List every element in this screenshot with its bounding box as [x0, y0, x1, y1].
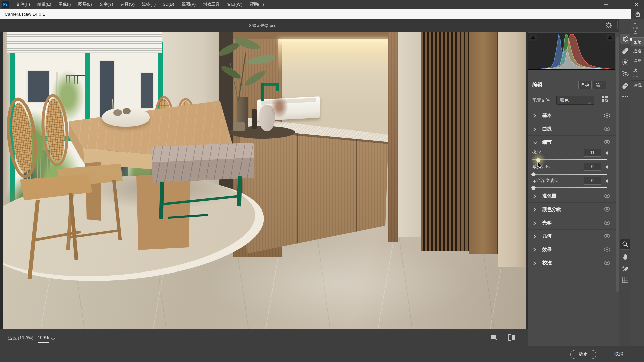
tab-library[interactable]: 库 [631, 28, 644, 37]
slider-handle[interactable] [531, 172, 536, 176]
eye-icon[interactable] [604, 261, 610, 266]
ok-button[interactable]: 确定 [570, 350, 596, 359]
svg [622, 241, 628, 247]
section-geometry[interactable]: 几何 [528, 229, 616, 243]
more-options-icon[interactable] [620, 91, 630, 101]
chevron-right-icon [533, 127, 536, 132]
chevron-right-icon [533, 207, 536, 213]
bw-button[interactable]: 黑白 [593, 81, 606, 89]
before-after-view-icon[interactable] [508, 334, 516, 342]
sharpening-value[interactable]: 11 [584, 149, 601, 157]
circle [623, 242, 626, 245]
panel-scrollbar[interactable] [616, 37, 619, 292]
zoom-tool-icon[interactable] [620, 239, 630, 249]
noise-reduction-slider[interactable] [532, 174, 607, 175]
eye-icon[interactable] [604, 140, 610, 145]
settings-gear-icon[interactable] [605, 22, 612, 30]
eye-icon[interactable] [604, 113, 610, 119]
menu-view[interactable]: 视图(V) [178, 0, 199, 9]
eye-icon[interactable] [604, 221, 610, 226]
led-strip [280, 40, 388, 41]
tab-adjustments[interactable]: 调整 [631, 56, 644, 65]
menu-3d[interactable]: 3D(D) [159, 0, 178, 9]
sharpening-label: 锐化 [532, 149, 541, 156]
circle [606, 235, 608, 237]
menu-window[interactable]: 窗口(W) [223, 0, 246, 9]
noise-reduction-value[interactable]: 0 [584, 163, 601, 171]
edit-sliders-icon[interactable] [620, 34, 630, 44]
circle [625, 50, 625, 51]
maximize-icon[interactable] [614, 0, 629, 9]
healing-brush-icon[interactable] [620, 46, 630, 56]
auto-button[interactable]: 自动 [578, 81, 592, 89]
eye-icon[interactable] [604, 247, 610, 253]
menu-image[interactable]: 图像(I) [55, 0, 75, 9]
section-curves[interactable]: 曲线 [528, 122, 616, 135]
share-icon[interactable] [631, 9, 644, 19]
slider-arrow-icon[interactable] [605, 179, 608, 183]
menu-filter[interactable]: 滤镜(T) [138, 0, 159, 9]
detail-controls: 锐化 11 减少杂色 0 杂色深度减低 0 [528, 149, 616, 189]
eye-icon[interactable] [604, 234, 610, 239]
grid-overlay-icon[interactable] [620, 275, 630, 285]
menu-plugins[interactable]: 增效工具 [199, 0, 223, 9]
profile-browser-icon[interactable] [602, 96, 608, 103]
fit-zoom-label[interactable]: 适应 (19.3%) [8, 335, 33, 341]
section-detail[interactable]: 细节 [528, 135, 616, 149]
tab-history[interactable]: 历... [631, 66, 644, 74]
menu-help[interactable]: 帮助(H) [246, 0, 267, 9]
menu-select[interactable]: 选择(S) [117, 0, 138, 9]
circle [626, 51, 626, 52]
tab-layers[interactable]: 图层 [631, 37, 644, 46]
eye-icon[interactable] [604, 207, 610, 213]
profile-select[interactable]: 颜色 [556, 96, 594, 105]
color-noise-slider[interactable] [532, 187, 607, 188]
dried-sprig [270, 95, 288, 119]
section-optics[interactable]: 光学 [528, 216, 616, 229]
eye-icon[interactable] [604, 127, 610, 132]
section-calibration[interactable]: 校准 [528, 256, 616, 269]
section-effects[interactable]: 效果 [528, 243, 616, 256]
dialog-footer: 确定 取消 [0, 346, 644, 362]
presets-icon[interactable] [620, 81, 630, 91]
circle [606, 115, 608, 116]
section-basic[interactable]: 基本 [528, 109, 616, 122]
histogram[interactable] [528, 33, 615, 70]
sections-list: 基本 曲线 细节 锐化 11 [528, 109, 616, 269]
tab-properties[interactable]: 属性 [631, 80, 644, 89]
bowl-pebbles [113, 109, 122, 116]
eye-icon[interactable] [604, 194, 610, 199]
hand-tool-icon[interactable] [620, 252, 630, 262]
path [534, 222, 536, 225]
slider-handle[interactable] [536, 158, 541, 162]
section-label: 细节 [542, 139, 552, 145]
menu-file[interactable]: 文件(F) [12, 0, 34, 9]
white-balance-eyedropper-icon[interactable] [620, 264, 630, 274]
section-mixer[interactable]: 混色器 [528, 189, 616, 202]
chevron-right-icon [533, 221, 536, 226]
rect [602, 99, 604, 102]
sharpening-slider[interactable] [532, 159, 607, 160]
red-eye-icon[interactable] [620, 69, 630, 78]
slider-arrow-icon[interactable] [605, 151, 608, 155]
color-noise-value[interactable]: 0 [584, 177, 601, 185]
menu-type[interactable]: 文字(Y) [96, 0, 117, 9]
chevron-right-icon [533, 234, 536, 240]
collapse-panels-icon[interactable]: « [634, 21, 636, 26]
menu-layer[interactable]: 图层(L) [74, 0, 95, 9]
masking-icon[interactable] [620, 57, 630, 67]
circle [622, 95, 623, 97]
section-color-grading[interactable]: 颜色分级 [528, 202, 616, 216]
zoom-level[interactable]: 100% [38, 335, 49, 343]
minimize-icon[interactable] [599, 0, 614, 9]
slider-arrow-icon[interactable] [605, 165, 608, 169]
cancel-button[interactable]: 取消 [614, 351, 623, 357]
path [51, 338, 55, 340]
zoom-chevron-icon[interactable] [51, 336, 55, 341]
tab-channels[interactable]: 通道 [631, 47, 644, 55]
menu-edit[interactable]: 编辑(E) [34, 0, 55, 9]
preview-image[interactable] [3, 32, 526, 329]
close-icon[interactable] [629, 0, 644, 9]
preview-mode-icon[interactable] [490, 334, 497, 342]
line [626, 245, 628, 247]
